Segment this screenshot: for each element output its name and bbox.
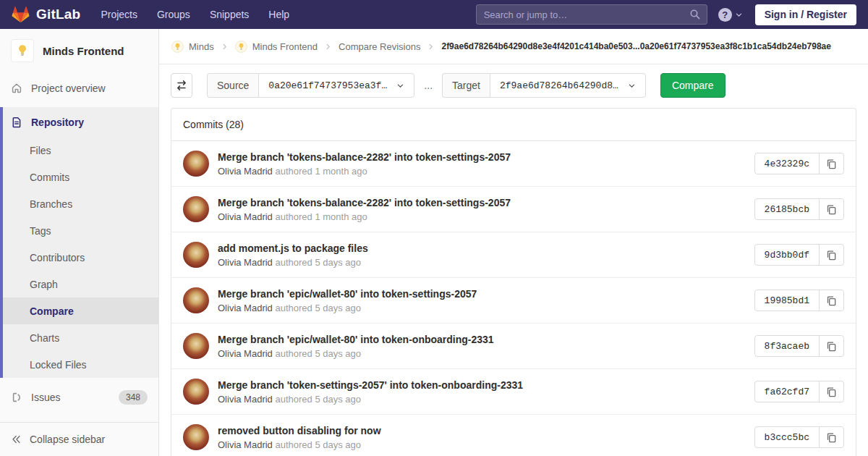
commit-time: authored 1 month ago (275, 211, 367, 222)
commit-sha-link[interactable]: 4e32329c (755, 153, 819, 174)
commit-author-link[interactable]: Olivia Madrid (218, 348, 273, 359)
commit-time: authored 5 days ago (275, 348, 361, 359)
commit-author-link[interactable]: Olivia Madrid (218, 166, 273, 177)
breadcrumb-link[interactable]: Compare Revisions (339, 41, 420, 52)
source-ref-dropdown[interactable]: 0a20e61f74737953ea3f… (258, 73, 414, 98)
collapse-sidebar-button[interactable]: Collapse sidebar (0, 422, 158, 456)
navbar-link[interactable]: Help (268, 9, 289, 20)
commit-title-link[interactable]: Merge branch 'tokens-balance-2282' into … (218, 197, 511, 208)
commit-sha-group: 19985bd1 (754, 290, 844, 311)
navbar-link[interactable]: Projects (101, 9, 137, 20)
repository-subnav: Files Commits Branches Tags Contributors… (3, 137, 158, 378)
commit-time: authored 1 month ago (275, 166, 367, 177)
chevron-down-icon (735, 11, 743, 19)
gitlab-logo[interactable]: GitLab (12, 6, 80, 23)
commit-text: Merge branch 'tokens-balance-2282' into … (218, 197, 511, 222)
sidebar-item-repo-sub[interactable]: Tags (3, 217, 158, 244)
sidebar-item-repo-sub[interactable]: Commits (3, 164, 158, 190)
commit-meta: Olivia Madrid authored 5 days ago (218, 303, 477, 313)
home-icon (11, 83, 22, 94)
sidebar-item-project-overview[interactable]: Project overview (0, 75, 158, 101)
navbar-links: Projects Groups Snippets Help (101, 9, 289, 20)
breadcrumb-item-project: Minds Frontend (235, 41, 318, 53)
navbar-link[interactable]: Snippets (210, 9, 249, 20)
commit-row: Merge branch 'tokens-balance-2282' into … (171, 141, 856, 187)
sidebar-item-label: Issues (31, 392, 60, 403)
commit-sha-link[interactable]: 19985bd1 (755, 290, 819, 311)
sidebar-item-repo-sub[interactable]: Locked Files (3, 351, 158, 378)
navbar-link[interactable]: Groups (157, 9, 190, 20)
commit-sha-link[interactable]: 9d3bb0df (755, 245, 819, 265)
commit-author-avatar (183, 424, 209, 450)
commit-sha-link[interactable]: fa62cfd7 (755, 381, 819, 402)
commit-title-link[interactable]: add moment.js to package files (218, 242, 368, 254)
commit-title-link[interactable]: Merge branch 'token-settings-2057' into … (218, 379, 523, 391)
commit-author-link[interactable]: Olivia Madrid (218, 211, 273, 222)
sidebar-item-repo-sub[interactable]: Graph (3, 271, 158, 297)
sidebar-item-issues[interactable]: Issues 348 (0, 384, 158, 410)
commit-list: Merge branch 'tokens-balance-2282' into … (171, 141, 856, 456)
breadcrumb-link[interactable]: Minds (189, 41, 214, 52)
target-ref-dropdown[interactable]: 2f9ae6d78264b64290d8… (490, 73, 646, 98)
breadcrumb-link[interactable]: Minds Frontend (252, 41, 318, 52)
gitlab-tanuki-icon (12, 6, 30, 23)
copy-sha-button[interactable] (819, 336, 843, 356)
commit-time: authored 5 days ago (275, 439, 361, 450)
copy-sha-button[interactable] (819, 153, 843, 174)
commit-author-link[interactable]: Olivia Madrid (218, 394, 273, 405)
sidebar-item-repo-sub[interactable]: Contributors (3, 244, 158, 271)
search-icon (689, 9, 701, 20)
copy-sha-button[interactable] (819, 199, 843, 219)
sidebar-item-repo-sub[interactable]: Compare (3, 297, 158, 324)
source-ref-value: 0a20e61f74737953ea3f… (268, 80, 387, 91)
commit-row: removed button disabling for now Olivia … (171, 415, 856, 456)
commit-sha-group: b3ccc5bc (754, 426, 844, 448)
project-sidebar: Minds Frontend Project overview Reposito… (0, 29, 159, 456)
project-header[interactable]: Minds Frontend (0, 29, 158, 72)
breadcrumb-item-group: Minds (171, 41, 214, 53)
collapse-sidebar-label: Collapse sidebar (30, 434, 105, 445)
commit-author-avatar (183, 196, 209, 222)
commit-text: removed button disabling for now Olivia … (218, 425, 381, 450)
swap-revisions-button[interactable] (171, 73, 192, 98)
commit-meta: Olivia Madrid authored 1 month ago (218, 211, 511, 222)
commit-author-link[interactable]: Olivia Madrid (218, 439, 273, 450)
commit-author-link[interactable]: Olivia Madrid (218, 257, 273, 268)
commit-sha-group: 4e32329c (754, 153, 844, 174)
commit-sha-link[interactable]: 8f3acaeb (755, 336, 819, 356)
sidebar-item-repository[interactable]: Repository (3, 107, 158, 137)
sidebar-item-repo-sub[interactable]: Files (3, 137, 158, 164)
project-avatar-small (235, 41, 247, 53)
copy-sha-button[interactable] (819, 427, 843, 447)
main-content: Minds Minds Frontend Compare Revisions 2… (159, 29, 868, 456)
copy-sha-button[interactable] (819, 381, 843, 402)
chevron-down-icon (628, 82, 636, 90)
sidebar-item-repo-sub[interactable]: Branches (3, 190, 158, 217)
commit-sha-link[interactable]: b3ccc5bc (755, 427, 819, 447)
commit-title-link[interactable]: removed button disabling for now (218, 425, 381, 436)
copy-sha-button[interactable] (819, 290, 843, 311)
project-avatar (11, 39, 34, 62)
commit-sha-group: 9d3bb0df (754, 244, 844, 266)
commit-sha-link[interactable]: 26185bcb (755, 199, 819, 219)
gitlab-wordmark: GitLab (36, 7, 80, 22)
compare-button[interactable]: Compare (660, 73, 726, 98)
commit-title-link[interactable]: Merge branch 'epic/wallet-80' into token… (218, 334, 494, 345)
commit-text: Merge branch 'epic/wallet-80' into token… (218, 288, 477, 313)
search-input[interactable] (476, 4, 707, 25)
sign-in-register-button[interactable]: Sign in / Register (755, 4, 856, 25)
commit-author-link[interactable]: Olivia Madrid (218, 303, 273, 313)
sidebar-item-repo-sub[interactable]: Charts (3, 324, 158, 351)
commit-author-avatar (183, 287, 209, 313)
project-name: Minds Frontend (43, 45, 124, 57)
lightbulb-icon (237, 43, 245, 51)
help-menu[interactable]: ? (718, 8, 743, 22)
chevron-right-icon (427, 43, 435, 51)
target-ref-value: 2f9ae6d78264b64290d8… (500, 80, 618, 91)
commit-title-link[interactable]: Merge branch 'epic/wallet-80' into token… (218, 288, 477, 300)
document-icon (11, 117, 22, 128)
commit-title-link[interactable]: Merge branch 'tokens-balance-2282' into … (218, 151, 511, 163)
issues-icon (11, 392, 22, 403)
copy-icon (826, 204, 837, 215)
copy-sha-button[interactable] (819, 245, 843, 265)
